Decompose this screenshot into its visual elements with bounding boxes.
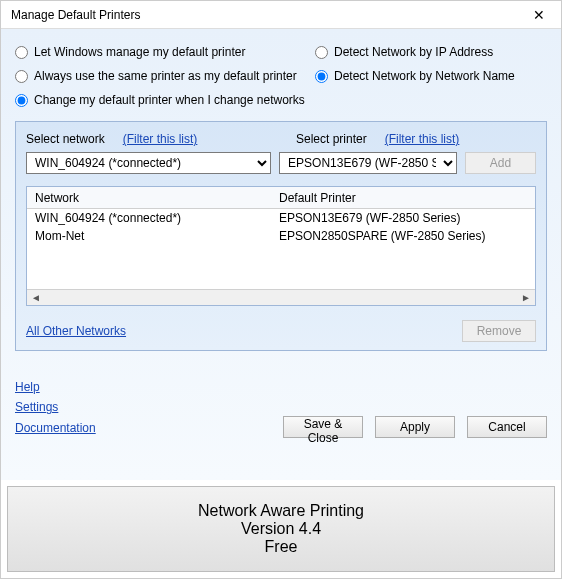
radio-label: Always use the same printer as my defaul… xyxy=(34,69,297,83)
table-header: Network Default Printer xyxy=(27,187,535,209)
content-area: Let Windows manage my default printer De… xyxy=(1,29,561,480)
settings-link[interactable]: Settings xyxy=(15,400,58,414)
close-icon[interactable]: ✕ xyxy=(525,7,553,23)
cancel-button[interactable]: Cancel xyxy=(467,416,547,438)
radio-detect-ip[interactable]: Detect Network by IP Address xyxy=(315,45,547,59)
scroll-right-icon[interactable]: ► xyxy=(519,292,533,303)
banner-version: Version 4.4 xyxy=(241,520,321,538)
col-header-default[interactable]: Default Printer xyxy=(273,191,535,205)
titlebar: Manage Default Printers ✕ xyxy=(1,1,561,29)
filter-network-link[interactable]: (Filter this list) xyxy=(123,132,198,146)
dialog-buttons: Save & Close Apply Cancel xyxy=(15,416,547,438)
banner-title: Network Aware Printing xyxy=(198,502,364,520)
remove-button[interactable]: Remove xyxy=(462,320,536,342)
radio-input[interactable] xyxy=(15,94,28,107)
table-row[interactable]: WIN_604924 (*connected*) EPSON13E679 (WF… xyxy=(27,209,535,227)
panel-labels-row: Select network (Filter this list) Select… xyxy=(26,132,536,146)
radio-input[interactable] xyxy=(315,46,328,59)
radio-input[interactable] xyxy=(15,70,28,83)
printer-dropdown[interactable]: EPSON13E679 (WF-2850 Series) xyxy=(279,152,457,174)
radio-input[interactable] xyxy=(15,46,28,59)
select-printer-label: Select printer xyxy=(296,132,367,146)
panel-controls-row: WIN_604924 (*connected*) EPSON13E679 (WF… xyxy=(26,152,536,174)
radio-label: Detect Network by IP Address xyxy=(334,45,493,59)
all-other-networks-link[interactable]: All Other Networks xyxy=(26,324,126,338)
cell-network: Mom-Net xyxy=(27,229,273,243)
radio-group: Let Windows manage my default printer De… xyxy=(15,45,547,107)
scroll-left-icon[interactable]: ◄ xyxy=(29,292,43,303)
table-body: WIN_604924 (*connected*) EPSON13E679 (WF… xyxy=(27,209,535,289)
radio-detect-name[interactable]: Detect Network by Network Name xyxy=(315,69,547,83)
banner-edition: Free xyxy=(265,538,298,556)
radio-windows-manage[interactable]: Let Windows manage my default printer xyxy=(15,45,315,59)
radio-always-same[interactable]: Always use the same printer as my defaul… xyxy=(15,69,315,83)
table-row[interactable]: Mom-Net EPSON2850SPARE (WF-2850 Series) xyxy=(27,227,535,245)
radio-label: Detect Network by Network Name xyxy=(334,69,515,83)
col-header-network[interactable]: Network xyxy=(27,191,273,205)
product-banner[interactable]: Network Aware Printing Version 4.4 Free xyxy=(7,486,555,572)
help-link[interactable]: Help xyxy=(15,380,40,394)
radio-input[interactable] xyxy=(315,70,328,83)
radio-label: Let Windows manage my default printer xyxy=(34,45,245,59)
below-table-row: All Other Networks Remove xyxy=(26,320,536,342)
filter-printer-link[interactable]: (Filter this list) xyxy=(385,132,460,146)
radio-label: Change my default printer when I change … xyxy=(34,93,305,107)
select-network-label: Select network xyxy=(26,132,105,146)
window: Manage Default Printers ✕ Let Windows ma… xyxy=(0,0,562,579)
save-close-button[interactable]: Save & Close xyxy=(283,416,363,438)
cell-printer: EPSON13E679 (WF-2850 Series) xyxy=(273,211,535,225)
window-title: Manage Default Printers xyxy=(11,8,140,22)
selection-panel: Select network (Filter this list) Select… xyxy=(15,121,547,351)
radio-change-networks[interactable]: Change my default printer when I change … xyxy=(15,93,315,107)
network-dropdown[interactable]: WIN_604924 (*connected*) xyxy=(26,152,271,174)
cell-network: WIN_604924 (*connected*) xyxy=(27,211,273,225)
cell-printer: EPSON2850SPARE (WF-2850 Series) xyxy=(273,229,535,243)
horizontal-scrollbar[interactable]: ◄ ► xyxy=(27,289,535,305)
add-button[interactable]: Add xyxy=(465,152,536,174)
apply-button[interactable]: Apply xyxy=(375,416,455,438)
banner-area: Network Aware Printing Version 4.4 Free xyxy=(1,480,561,578)
mapping-table: Network Default Printer WIN_604924 (*con… xyxy=(26,186,536,306)
